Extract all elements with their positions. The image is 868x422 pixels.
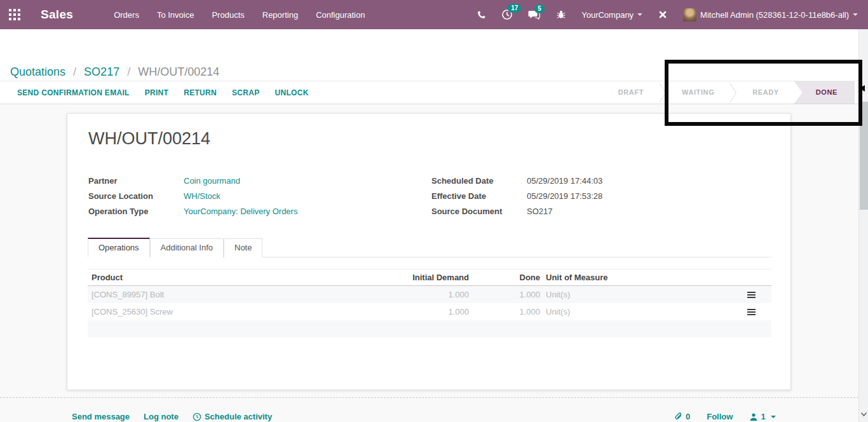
cell-done: 1.000 — [469, 290, 540, 299]
follow-button[interactable]: Follow — [707, 412, 733, 421]
cell-product: [CONS_25630] Screw — [88, 307, 380, 316]
chevron-down-icon — [853, 13, 858, 16]
attachments-button[interactable]: 0 — [674, 412, 690, 421]
messages-icon[interactable]: 5 — [528, 10, 541, 20]
field-label-source-location: Source Location — [88, 191, 184, 201]
breadcrumb-current: WH/OUT/00214 — [138, 65, 219, 78]
cell-uom: Unit(s) — [540, 307, 731, 316]
field-value-partner[interactable]: Coin gourmand — [184, 176, 240, 186]
scroll-down-icon[interactable] — [860, 408, 868, 419]
record-title: WH/OUT/00214 — [88, 129, 210, 149]
operations-table: Product Initial Demand Done Unit of Meas… — [88, 269, 771, 337]
col-header-initial-demand: Initial Demand — [380, 273, 469, 282]
cell-done: 1.000 — [469, 307, 540, 316]
company-switcher[interactable]: YourCompany — [581, 10, 642, 20]
field-value-source-document: SO217 — [527, 207, 552, 216]
activity-count-badge: 17 — [508, 4, 521, 13]
schedule-activity-button[interactable]: Schedule activity — [193, 412, 272, 421]
top-navbar: Sales Orders To Invoice Products Reporti… — [0, 0, 868, 29]
user-avatar — [683, 8, 696, 22]
notebook-tabs: Operations Additional Info Note — [88, 238, 771, 257]
chevron-down-icon — [771, 416, 776, 418]
field-label-scheduled-date: Scheduled Date — [431, 176, 527, 186]
table-header-row: Product Initial Demand Done Unit of Meas… — [88, 269, 771, 286]
table-empty-row — [88, 320, 771, 337]
user-menu[interactable]: Mitchell Admin (528361-12-0-11e8b6-all) — [683, 8, 858, 22]
cell-initial-demand: 1.000 — [380, 307, 469, 316]
activity-clock-icon[interactable]: 17 — [501, 9, 513, 20]
breadcrumb-separator: / — [73, 65, 76, 78]
unlock-button[interactable]: UNLOCK — [275, 88, 309, 97]
follower-person-icon — [749, 412, 758, 421]
menu-configuration[interactable]: Configuration — [312, 8, 369, 22]
stage-chevron-icon — [659, 83, 667, 103]
paperclip-icon — [674, 412, 683, 421]
company-name: YourCompany — [581, 10, 634, 20]
stage-ready[interactable]: READY — [737, 81, 794, 104]
scrap-button[interactable]: SCRAP — [232, 88, 260, 97]
row-details-icon[interactable] — [747, 308, 756, 316]
send-message-button[interactable]: Send message — [72, 412, 130, 421]
form-sheet: WH/OUT/00214 Partner Coin gourmand Sourc… — [67, 113, 791, 390]
user-name: Mitchell Admin (528361-12-0-11e8b6-all) — [700, 10, 849, 20]
clock-icon — [193, 412, 201, 421]
message-count-badge: 5 — [534, 4, 545, 13]
field-value-operation-type[interactable]: YourCompany: Delivery Orders — [184, 207, 297, 216]
control-panel: Quotations / SO217 / WH/OUT/00214 EDIT C… — [0, 29, 868, 81]
breadcrumb: Quotations / SO217 / WH/OUT/00214 — [10, 65, 219, 79]
field-label-partner: Partner — [88, 176, 184, 186]
scrollbar-thumb[interactable] — [860, 102, 868, 210]
main-menu: Orders To Invoice Products Reporting Con… — [110, 8, 369, 22]
phone-icon[interactable] — [477, 10, 486, 20]
menu-to-invoice[interactable]: To Invoice — [153, 8, 198, 22]
menu-products[interactable]: Products — [208, 8, 248, 22]
field-value-scheduled-date: 05/29/2019 17:44:03 — [527, 176, 602, 186]
tab-note[interactable]: Note — [224, 238, 262, 257]
menu-orders[interactable]: Orders — [110, 8, 143, 22]
tab-operations[interactable]: Operations — [88, 238, 150, 257]
tab-additional-info[interactable]: Additional Info — [150, 238, 224, 257]
field-label-source-document: Source Document — [431, 207, 527, 216]
col-header-done: Done — [469, 273, 540, 282]
menu-reporting[interactable]: Reporting — [259, 8, 302, 22]
bug-icon[interactable] — [556, 10, 566, 20]
app-name[interactable]: Sales — [41, 8, 73, 22]
row-details-icon[interactable] — [747, 290, 756, 299]
chatter-divider — [0, 397, 858, 398]
status-stages: DRAFT WAITING READY DONE — [603, 81, 855, 104]
print-button[interactable]: PRINT — [145, 88, 169, 97]
field-label-operation-type: Operation Type — [88, 207, 184, 216]
col-header-unit-of-measure: Unit of Measure — [540, 273, 731, 282]
field-value-source-location[interactable]: WH/Stock — [184, 191, 220, 201]
log-note-button[interactable]: Log note — [144, 412, 179, 421]
stage-draft[interactable]: DRAFT — [603, 81, 659, 104]
send-confirmation-email-button[interactable]: SEND CONFIRMATION EMAIL — [17, 88, 130, 97]
field-label-effective-date: Effective Date — [431, 191, 527, 201]
breadcrumb-so217[interactable]: SO217 — [84, 65, 119, 78]
field-value-effective-date: 05/29/2019 17:53:28 — [527, 191, 602, 201]
stage-done[interactable]: DONE — [794, 81, 855, 104]
status-action-bar: SEND CONFIRMATION EMAIL PRINT RETURN SCR… — [0, 81, 868, 104]
apps-grid-icon[interactable] — [9, 9, 20, 20]
followers-button[interactable]: 1 — [749, 412, 775, 421]
cell-uom: Unit(s) — [540, 290, 731, 299]
breadcrumb-quotations[interactable]: Quotations — [10, 65, 65, 78]
chevron-down-icon — [637, 13, 642, 16]
table-row[interactable]: [CONS_25630] Screw 1.000 1.000 Unit(s) — [88, 303, 771, 320]
field-group-left: Partner Coin gourmand Source Location WH… — [88, 173, 393, 219]
cell-initial-demand: 1.000 — [380, 290, 469, 299]
return-button[interactable]: RETURN — [184, 88, 217, 97]
stage-chevron-icon — [729, 83, 737, 103]
field-group-right: Scheduled Date 05/29/2019 17:44:03 Effec… — [431, 173, 736, 219]
cell-product: [CONS_89957] Bolt — [88, 290, 380, 299]
annotation-pointer — [859, 85, 865, 92]
col-header-product: Product — [88, 273, 380, 282]
table-row[interactable]: [CONS_89957] Bolt 1.000 1.000 Unit(s) — [88, 286, 771, 303]
crossed-tools-icon[interactable] — [658, 10, 668, 20]
stage-waiting[interactable]: WAITING — [667, 81, 729, 104]
breadcrumb-separator: / — [127, 65, 130, 78]
